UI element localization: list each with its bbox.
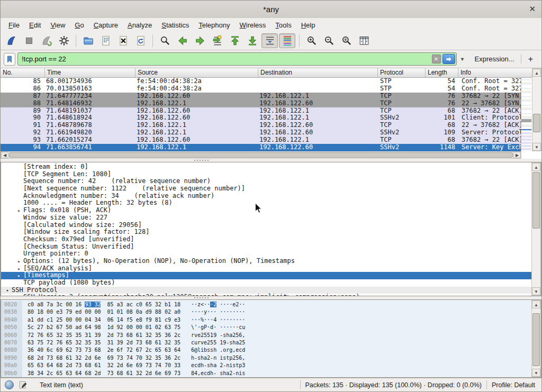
detail-line[interactable]: ▾SSH Protocol	[1, 287, 531, 294]
display-filter-input[interactable]: !tcp.port == 22 ✕	[17, 52, 457, 66]
detail-line[interactable]: ▸Options: (12 bytes), No-Operation (NOP)…	[1, 258, 531, 265]
filter-dropdown-button[interactable]: ▼	[459, 53, 466, 65]
detail-line[interactable]: [TCP Segment Len: 1080]	[1, 171, 531, 178]
capture-options-button[interactable]	[56, 33, 72, 48]
expert-info-icon[interactable]	[5, 380, 14, 389]
hex-row[interactable]: 009068 2d 73 68 61 32 2d 6e 69 73 74 70 …	[1, 354, 531, 362]
column-header[interactable]: No.	[1, 68, 45, 77]
menu-item-help[interactable]: Help	[296, 19, 320, 31]
menu-item-analyze[interactable]: Analyze	[123, 19, 157, 31]
menu-item-file[interactable]: File	[4, 19, 24, 31]
hex-scrollbar[interactable]: ▲ ▼	[531, 300, 541, 377]
scroll-down-icon[interactable]: ▼	[532, 143, 541, 151]
packet-row[interactable]: 93 71.662015274 192.168.122.60 192.168.1…	[1, 136, 521, 144]
detail-line[interactable]: Sequence number: 42 (relative sequence n…	[1, 178, 531, 185]
menu-item-go[interactable]: Go	[70, 19, 88, 31]
save-capture-button[interactable]	[97, 33, 114, 48]
hex-row[interactable]: 006072 76 65 32 35 35 31 39 2d 73 68 61 …	[1, 332, 531, 339]
packet-row[interactable]: 85 68.001734936 fe:54:00:d4:38:2a STP 54…	[1, 78, 521, 85]
expander-icon[interactable]: ▸	[15, 266, 23, 273]
filter-bookmark-button[interactable]	[4, 53, 15, 66]
detail-line[interactable]: ▸SSH Version 2 (encryption:chacha20-poly…	[1, 294, 531, 296]
detail-line[interactable]: [Next sequence number: 1122 (relative se…	[1, 185, 531, 193]
go-to-top-button[interactable]	[227, 33, 243, 48]
packet-list-scrollbar[interactable]: ▲ ▼	[532, 68, 541, 151]
menu-item-capture[interactable]: Capture	[89, 19, 123, 31]
packet-list-hscrollbar[interactable]: ◀ ▶	[1, 151, 521, 159]
expander-icon[interactable]: ▸	[15, 272, 23, 280]
hscrollbar-thumb[interactable]	[9, 152, 513, 158]
expander-icon[interactable]: ▸	[15, 258, 23, 266]
zoom-out-button[interactable]	[321, 33, 337, 48]
packet-row[interactable]: 94 71.663856741 192.168.122.1 192.168.12…	[1, 144, 521, 151]
hex-row[interactable]: 003080 18 00 e3 79 ed 00 00 01 01 08 0a …	[1, 308, 531, 316]
detail-line[interactable]: ▸[SEQ/ACK analysis]	[1, 265, 531, 272]
display-filter-value[interactable]: !tcp.port == 22	[22, 55, 432, 63]
auto-scroll-toggle[interactable]	[261, 33, 278, 48]
menu-item-wireless[interactable]: Wireless	[235, 19, 271, 31]
packet-row[interactable]: 91 71.648789678 192.168.122.1 192.168.12…	[1, 122, 521, 129]
scrollbar-thumb[interactable]	[532, 172, 540, 229]
menu-item-view[interactable]: View	[46, 19, 70, 31]
hex-row[interactable]: 0020c0 a8 7a 3c 00 16 93 32 85 a3 ac c0 …	[1, 301, 531, 308]
scroll-down-icon[interactable]: ▼	[532, 369, 540, 377]
scroll-up-icon[interactable]: ▲	[532, 300, 540, 308]
resize-columns-button[interactable]	[356, 33, 372, 48]
scroll-left-icon[interactable]: ◀	[1, 152, 8, 158]
open-capture-button[interactable]	[80, 33, 96, 48]
scrollbar-thumb[interactable]	[533, 114, 540, 132]
detail-line[interactable]: Acknowledgment number: 34 (relative ack …	[1, 193, 531, 200]
filter-apply-button[interactable]	[442, 54, 455, 64]
packet-row[interactable]: 90 71.648618924 192.168.122.60 192.168.1…	[1, 114, 521, 122]
profile-text[interactable]: Profile: Default	[492, 381, 537, 389]
menu-item-tools[interactable]: Tools	[270, 19, 296, 31]
column-header[interactable]: Source	[136, 68, 258, 77]
close-capture-button[interactable]	[115, 33, 131, 48]
expander-icon[interactable]: ▾	[3, 287, 12, 295]
hex-row[interactable]: 00b038 34 2c 65 63 64 68 2d 73 68 61 32 …	[1, 370, 531, 377]
filter-add-button[interactable]: +	[523, 54, 538, 64]
packet-row[interactable]: 89 71.648191037 192.168.122.60 192.168.1…	[1, 107, 521, 115]
scrollbar-thumb[interactable]	[532, 313, 540, 366]
detail-line[interactable]: Checksum: 0x79ed [unverified]	[1, 236, 531, 243]
detail-line[interactable]: [Calculated window size: 29056]	[1, 222, 531, 229]
scroll-up-icon[interactable]: ▲	[532, 163, 540, 171]
go-back-button[interactable]	[174, 33, 191, 48]
reload-capture-button[interactable]	[132, 33, 149, 48]
zoom-reset-button[interactable]	[338, 33, 355, 48]
menu-item-edit[interactable]: Edit	[24, 19, 46, 31]
start-capture-button[interactable]	[3, 33, 20, 48]
go-to-bottom-button[interactable]	[244, 33, 260, 48]
column-header[interactable]: Length	[426, 68, 458, 77]
hex-row[interactable]: 0040a1 dd c1 25 00 00 04 34 06 14 f5 e8 …	[1, 316, 531, 324]
hex-row[interactable]: 007063 75 72 76 65 32 35 35 31 39 2d 73 …	[1, 339, 531, 347]
hex-row[interactable]: 00a065 63 64 68 2d 73 68 61 32 2d 6e 69 …	[1, 362, 531, 369]
scroll-up-icon[interactable]: ▲	[532, 69, 541, 77]
detail-line[interactable]: Window size value: 227	[1, 214, 531, 222]
hex-row[interactable]: 00505c 27 b2 67 50 ad 64 98 1d 92 00 00 …	[1, 324, 531, 331]
expander-icon[interactable]: ▸	[15, 207, 23, 215]
find-packet-button[interactable]	[157, 33, 173, 48]
detail-line[interactable]: [Stream index: 0]	[1, 163, 531, 171]
capture-comment-icon[interactable]	[19, 380, 28, 389]
restart-capture-button[interactable]	[38, 33, 55, 48]
detail-line[interactable]: 1000 .... = Header Length: 32 bytes (8)	[1, 199, 531, 207]
column-header[interactable]: Protocol	[378, 68, 426, 77]
scroll-down-icon[interactable]: ▼	[532, 287, 540, 295]
column-header[interactable]: Info	[458, 68, 532, 77]
detail-line[interactable]: Urgent pointer: 0	[1, 250, 531, 258]
filter-clear-button[interactable]: ✕	[432, 54, 441, 63]
details-scrollbar[interactable]: ▲ ▼	[531, 162, 541, 296]
zoom-in-button[interactable]	[303, 33, 320, 48]
colorize-toggle[interactable]	[279, 33, 295, 48]
column-header[interactable]: Destination	[258, 68, 378, 77]
packet-row[interactable]: 92 71.661949820 192.168.122.1 192.168.12…	[1, 129, 521, 136]
menu-item-statistics[interactable]: Statistics	[157, 19, 194, 31]
detail-line[interactable]: [Window size scaling factor: 128]	[1, 229, 531, 236]
packet-row[interactable]: 86 70.013850163 fe:54:00:d4:38:2a STP 54…	[1, 85, 521, 93]
detail-line[interactable]: [Checksum Status: Unverified]	[1, 243, 531, 251]
expander-icon[interactable]: ▸	[15, 294, 23, 296]
expression-button[interactable]: Expression...	[468, 55, 519, 63]
close-icon[interactable]: ✕	[529, 4, 536, 14]
stop-capture-button[interactable]	[21, 33, 37, 48]
